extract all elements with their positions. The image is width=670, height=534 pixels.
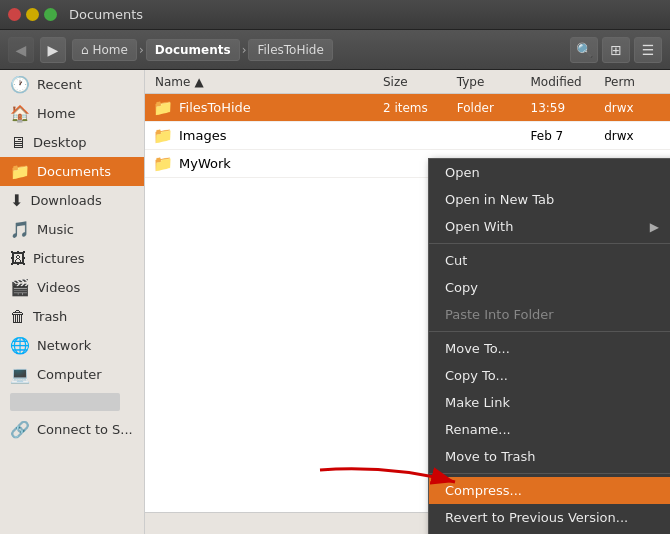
cm-open[interactable]: Open — [429, 159, 670, 186]
sidebar-label-trash: Trash — [33, 309, 67, 324]
home-icon: 🏠 — [10, 104, 30, 123]
cm-make-link[interactable]: Make Link — [429, 389, 670, 416]
cm-label: Move to Trash — [445, 449, 536, 464]
cm-label: Copy To... — [445, 368, 508, 383]
documents-icon: 📁 — [10, 162, 30, 181]
desktop-icon: 🖥 — [10, 133, 26, 152]
toolbar-right: 🔍 ⊞ ☰ — [570, 37, 662, 63]
cm-label: Compress... — [445, 483, 522, 498]
file-perm: drwx — [596, 129, 670, 143]
cm-copy-to[interactable]: Copy To... — [429, 362, 670, 389]
cm-rename[interactable]: Rename... — [429, 416, 670, 443]
sidebar-label-computer: Computer — [37, 367, 102, 382]
cm-open-with[interactable]: Open With ▶ — [429, 213, 670, 240]
trash-icon: 🗑 — [10, 307, 26, 326]
cm-label: Open With — [445, 219, 513, 234]
column-perm[interactable]: Perm — [596, 75, 670, 89]
cm-revert[interactable]: Revert to Previous Version... — [429, 504, 670, 531]
file-modified: Feb 7 — [523, 129, 597, 143]
cm-label: Rename... — [445, 422, 511, 437]
cm-sep — [429, 473, 670, 474]
sidebar: 🕐 Recent 🏠 Home 🖥 Desktop 📁 Documents ⬇ … — [0, 70, 145, 534]
column-type[interactable]: Type — [449, 75, 523, 89]
column-size[interactable]: Size — [375, 75, 449, 89]
breadcrumb-sep1: › — [139, 43, 144, 57]
cm-label: Open — [445, 165, 480, 180]
computer-icon: 💻 — [10, 365, 30, 384]
sidebar-label-network: Network — [37, 338, 91, 353]
sidebar-label-home: Home — [37, 106, 75, 121]
sidebar-item-desktop[interactable]: 🖥 Desktop — [0, 128, 144, 157]
close-button[interactable] — [8, 8, 21, 21]
menu-button[interactable]: ☰ — [634, 37, 662, 63]
column-name[interactable]: Name ▲ — [145, 75, 375, 89]
cm-move-to-trash[interactable]: Move to Trash — [429, 443, 670, 470]
column-name-label: Name — [155, 75, 190, 89]
file-size: 2 items — [375, 101, 449, 115]
sidebar-label-downloads: Downloads — [30, 193, 101, 208]
sidebar-label-pictures: Pictures — [33, 251, 84, 266]
file-label: FilesToHide — [179, 100, 251, 115]
toolbar: ◀ ▶ ⌂ Home › Documents › FilesToHide 🔍 ⊞… — [0, 30, 670, 70]
main-area: 🕐 Recent 🏠 Home 🖥 Desktop 📁 Documents ⬇ … — [0, 70, 670, 534]
search-button[interactable]: 🔍 — [570, 37, 598, 63]
folder-icon: 📁 — [153, 126, 173, 145]
cm-open-new-tab[interactable]: Open in New Tab — [429, 186, 670, 213]
file-name-filestohide: 📁 FilesToHide — [145, 98, 375, 117]
sidebar-label-music: Music — [37, 222, 74, 237]
submenu-arrow: ▶ — [650, 220, 659, 234]
connect-icon: 🔗 — [10, 420, 30, 439]
maximize-button[interactable] — [44, 8, 57, 21]
sidebar-label-videos: Videos — [37, 280, 80, 295]
breadcrumb-home[interactable]: ⌂ Home — [72, 39, 137, 61]
sidebar-item-music[interactable]: 🎵 Music — [0, 215, 144, 244]
sidebar-item-connect[interactable]: 🔗 Connect to S... — [0, 415, 144, 444]
cm-move-to[interactable]: Move To... — [429, 335, 670, 362]
file-type: Folder — [449, 101, 523, 115]
cm-label: Move To... — [445, 341, 510, 356]
sidebar-item-trash[interactable]: 🗑 Trash — [0, 302, 144, 331]
folder-icon: 📁 — [153, 98, 173, 117]
back-button[interactable]: ◀ — [8, 37, 34, 63]
sidebar-item-recent[interactable]: 🕐 Recent — [0, 70, 144, 99]
cm-compress[interactable]: Compress... — [429, 477, 670, 504]
cm-label: Copy — [445, 280, 478, 295]
sidebar-label-recent: Recent — [37, 77, 82, 92]
forward-button[interactable]: ▶ — [40, 37, 66, 63]
sidebar-item-network[interactable]: 🌐 Network — [0, 331, 144, 360]
sidebar-item-pictures[interactable]: 🖼 Pictures — [0, 244, 144, 273]
cm-label: Paste Into Folder — [445, 307, 554, 322]
sidebar-item-home[interactable]: 🏠 Home — [0, 99, 144, 128]
sidebar-label-documents: Documents — [37, 164, 111, 179]
context-menu: Open Open in New Tab Open With ▶ Cut Cop… — [428, 158, 670, 534]
network-icon: 🌐 — [10, 336, 30, 355]
videos-icon: 🎬 — [10, 278, 30, 297]
sidebar-item-videos[interactable]: 🎬 Videos — [0, 273, 144, 302]
cm-paste-into-folder[interactable]: Paste Into Folder — [429, 301, 670, 328]
view-toggle-button[interactable]: ⊞ — [602, 37, 630, 63]
cm-cut[interactable]: Cut — [429, 247, 670, 274]
title-bar: Documents — [0, 0, 670, 30]
sidebar-item-documents[interactable]: 📁 Documents — [0, 157, 144, 186]
recent-icon: 🕐 — [10, 75, 30, 94]
column-modified[interactable]: Modified — [523, 75, 597, 89]
folder-icon: 📁 — [153, 154, 173, 173]
sort-arrow: ▲ — [194, 75, 203, 89]
sidebar-label-desktop: Desktop — [33, 135, 87, 150]
minimize-button[interactable] — [26, 8, 39, 21]
table-row[interactable]: 📁 Images Feb 7 drwx — [145, 122, 670, 150]
cm-copy[interactable]: Copy — [429, 274, 670, 301]
table-row[interactable]: 📁 FilesToHide 2 items Folder 13:59 drwx — [145, 94, 670, 122]
sidebar-item-computer[interactable]: 💻 Computer — [0, 360, 144, 389]
cm-label: Make Link — [445, 395, 510, 410]
cm-sep — [429, 331, 670, 332]
cm-label: Revert to Previous Version... — [445, 510, 628, 525]
breadcrumb-filestohide[interactable]: FilesToHide — [248, 39, 332, 61]
music-icon: 🎵 — [10, 220, 30, 239]
window-controls — [8, 8, 57, 21]
file-label: MyWork — [179, 156, 231, 171]
breadcrumb-documents[interactable]: Documents — [146, 39, 240, 61]
downloads-icon: ⬇ — [10, 191, 23, 210]
sidebar-item-downloads[interactable]: ⬇ Downloads — [0, 186, 144, 215]
file-list-header: Name ▲ Size Type Modified Perm — [145, 70, 670, 94]
